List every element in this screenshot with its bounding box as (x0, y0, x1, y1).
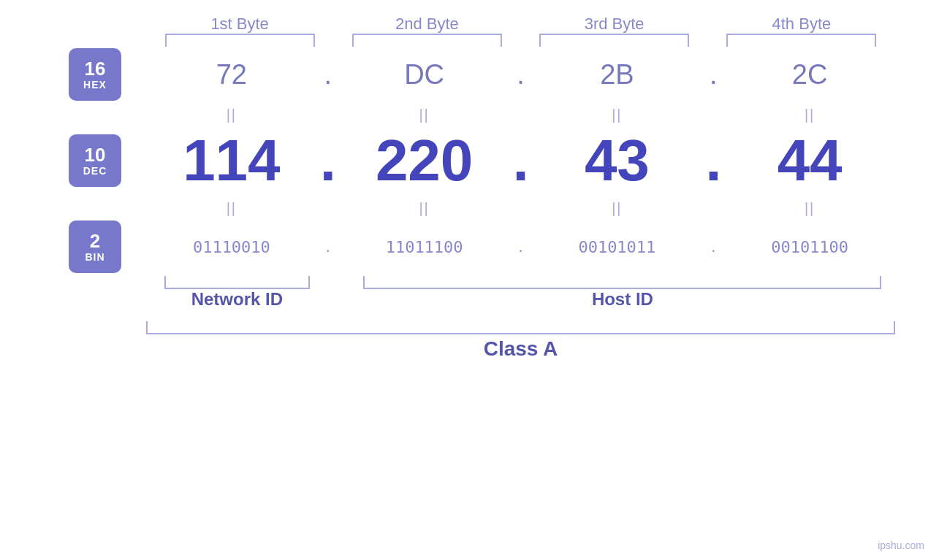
eq2-sign-2: || (419, 200, 429, 216)
hex-badge: 16 HEX (69, 48, 121, 101)
eq2-3: || (532, 194, 703, 220)
dec-byte-2: 220 (339, 131, 510, 190)
host-bracket-line (363, 276, 881, 289)
dec-badge-label: DEC (83, 165, 107, 177)
dec-dot-1: . (317, 127, 339, 194)
dec-badge-cell: 10 DEC (44, 134, 146, 187)
bracket-labels-row: Network ID Host ID (146, 289, 895, 310)
network-id-label-wrap: Network ID (146, 289, 328, 310)
top-bracket-1 (146, 34, 333, 47)
host-id-label: Host ID (592, 289, 653, 309)
dec-val-3: 43 (585, 128, 650, 193)
hex-val-3: 2B (600, 59, 634, 90)
eq2-4: || (724, 194, 895, 220)
bracket-line-2 (352, 34, 502, 47)
eq-sign-1: || (227, 107, 237, 123)
dec-val-2: 220 (376, 128, 473, 193)
bin-badge-label: BIN (85, 251, 104, 263)
bin-byte-1: 01110010 (146, 238, 317, 256)
top-brackets (44, 34, 895, 47)
top-bracket-4 (708, 34, 895, 47)
bin-val-3: 00101011 (578, 238, 655, 256)
bin-dot-3: . (702, 237, 724, 256)
hex-byte-4: 2C (724, 59, 895, 91)
bin-badge-cell: 2 BIN (44, 220, 146, 273)
top-bracket-3 (521, 34, 708, 47)
hex-dot-2: . (510, 59, 532, 91)
bottom-brackets: Network ID Host ID (44, 276, 895, 310)
hex-val-2: DC (404, 59, 444, 90)
equals-row-2: || || || || (44, 194, 895, 220)
label-spacer (328, 289, 350, 310)
dec-row: 10 DEC 114 . 220 . 43 . 44 (44, 127, 895, 194)
eq2-sign-4: || (805, 200, 815, 216)
dec-badge-number: 10 (85, 145, 106, 166)
bin-val-1: 01110010 (193, 238, 270, 256)
hex-dot-3: . (702, 59, 724, 91)
hex-badge-label: HEX (83, 79, 107, 91)
hex-values: 72 . DC . 2B . 2C (146, 59, 895, 91)
dec-byte-3: 43 (532, 131, 703, 190)
eq-1: || (146, 101, 317, 127)
dec-values: 114 . 220 . 43 . 44 (146, 127, 895, 194)
byte-headers: 1st Byte 2nd Byte 3rd Byte 4th Byte (44, 15, 895, 34)
bin-val-4: 00101100 (771, 238, 848, 256)
dec-dot-2: . (510, 127, 532, 194)
hex-byte-2: DC (339, 59, 510, 91)
equals-row-1: || || || || (44, 101, 895, 127)
bracket-line-1 (165, 34, 315, 47)
hex-row: 16 HEX 72 . DC . 2B . 2C (44, 48, 895, 101)
host-id-label-wrap: Host ID (350, 289, 895, 310)
hex-byte-1: 72 (146, 59, 317, 91)
bin-row: 2 BIN 01110010 . 11011100 . 00101011 . 0… (44, 220, 895, 273)
bin-values: 01110010 . 11011100 . 00101011 . 0010110… (146, 237, 895, 256)
dec-byte-4: 44 (724, 131, 895, 190)
eq-4: || (724, 101, 895, 127)
eq2-2: || (339, 194, 510, 220)
hex-badge-cell: 16 HEX (44, 48, 146, 101)
class-bracket-line (146, 321, 895, 334)
bin-dot-2: . (510, 237, 532, 256)
bracket-line-3 (539, 34, 689, 47)
hex-dot-1: . (317, 59, 339, 91)
hex-val-1: 72 (216, 59, 247, 90)
dec-val-4: 44 (778, 128, 843, 193)
byte-header-2: 2nd Byte (333, 15, 520, 34)
eq-sign-2: || (419, 107, 429, 123)
byte-header-1: 1st Byte (146, 15, 333, 34)
eq-3: || (532, 101, 703, 127)
eq-2: || (339, 101, 510, 127)
eq-sign-3: || (612, 107, 622, 123)
top-bracket-2 (333, 34, 520, 47)
dec-badge: 10 DEC (69, 134, 121, 187)
byte-header-3: 3rd Byte (521, 15, 708, 34)
bin-byte-2: 11011100 (339, 238, 510, 256)
host-bracket-wrap (350, 276, 895, 289)
eq2-sign-3: || (612, 200, 622, 216)
eq-sign-4: || (805, 107, 815, 123)
eq2-sign-1: || (227, 200, 237, 216)
class-label: Class A (146, 337, 895, 361)
dec-byte-1: 114 (146, 131, 317, 190)
dec-dot-3: . (702, 127, 724, 194)
bin-badge: 2 BIN (69, 220, 121, 273)
hex-byte-3: 2B (532, 59, 703, 91)
main-container: 1st Byte 2nd Byte 3rd Byte 4th Byte 16 H… (0, 0, 939, 560)
network-id-label: Network ID (191, 289, 283, 309)
bin-dot-1: . (317, 237, 339, 256)
network-bracket-wrap (146, 276, 328, 289)
bracket-line-4 (726, 34, 876, 47)
byte-header-4: 4th Byte (708, 15, 895, 34)
bin-byte-4: 00101100 (724, 238, 895, 256)
hex-badge-number: 16 (85, 58, 106, 80)
network-bracket-line (164, 276, 310, 289)
bin-badge-number: 2 (90, 231, 100, 252)
eq2-1: || (146, 194, 317, 220)
class-section: Class A (44, 321, 895, 361)
bracket-bottom-row (146, 276, 895, 289)
hex-val-4: 2C (792, 59, 828, 90)
bin-byte-3: 00101011 (532, 238, 703, 256)
watermark: ipshu.com (878, 540, 924, 551)
dec-val-1: 114 (183, 128, 280, 193)
bin-val-2: 11011100 (386, 238, 463, 256)
